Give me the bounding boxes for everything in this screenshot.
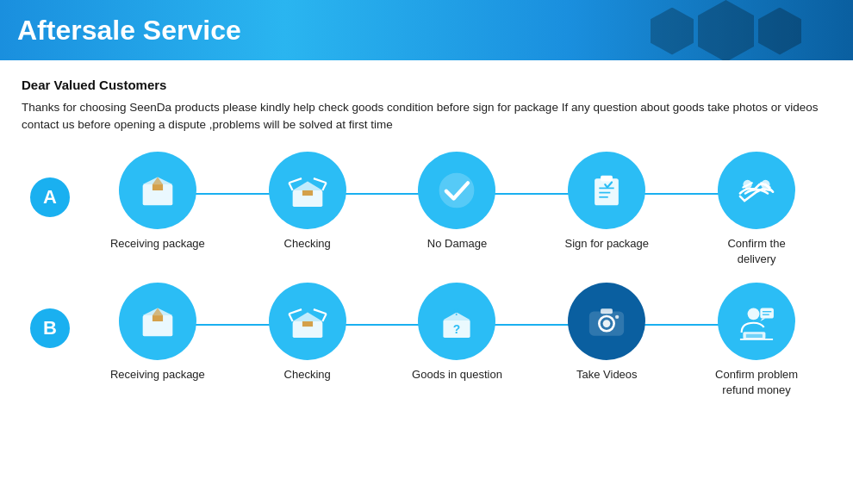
hex-decoration: [651, 0, 801, 60]
page-title: Aftersale Service: [17, 15, 241, 47]
flow-section-b: B Receiving package: [22, 283, 831, 398]
main-content: Dear Valued Customers Thanks for choosin…: [0, 60, 853, 426]
camera-icon: [584, 299, 629, 344]
step-b4: Take Videos: [532, 283, 682, 383]
step-b1-label: Receiving package: [110, 367, 205, 383]
step-a4-icon-wrap: [568, 152, 645, 229]
step-b2: Checking: [233, 283, 383, 383]
svg-text:?: ?: [454, 306, 460, 318]
handshake-icon: [734, 168, 779, 213]
step-a5: Confirm the delivery: [682, 152, 831, 267]
svg-rect-42: [760, 308, 774, 318]
step-a2-icon-wrap: [269, 152, 346, 229]
step-a2: Checking: [233, 152, 383, 252]
step-a4-label: Sign for package: [565, 236, 650, 252]
hex-shape-1: [651, 8, 694, 55]
step-b4-icon-wrap: [568, 283, 645, 360]
badge-b: B: [30, 308, 70, 348]
step-a1-icon-wrap: [119, 152, 196, 229]
step-b2-label: Checking: [284, 367, 331, 383]
svg-rect-31: [302, 321, 313, 327]
step-a5-icon-wrap: [718, 152, 795, 229]
step-a3: No Damage: [383, 152, 532, 252]
step-b1: Receiving package: [83, 283, 233, 383]
svg-line-9: [314, 178, 327, 183]
svg-line-7: [322, 183, 326, 190]
flow-row-b: B Receiving package: [22, 283, 831, 398]
svg-marker-43: [760, 318, 765, 320]
svg-marker-5: [292, 181, 322, 190]
question-box-icon: ? ?: [434, 299, 479, 344]
svg-line-28: [322, 314, 326, 321]
svg-text:?: ?: [453, 322, 460, 336]
svg-line-8: [289, 178, 302, 183]
step-a5-label: Confirm the delivery: [709, 236, 804, 267]
svg-point-38: [603, 320, 611, 327]
svg-rect-23: [153, 315, 163, 321]
svg-line-27: [289, 314, 292, 321]
hex-shape-2: [698, 0, 754, 60]
svg-line-6: [289, 183, 292, 190]
step-b4-label: Take Videos: [576, 367, 638, 383]
svg-rect-10: [302, 190, 313, 196]
hex-shape-3: [758, 8, 801, 55]
svg-line-30: [314, 309, 327, 314]
step-b5-icon-wrap: [718, 283, 795, 360]
svg-rect-2: [153, 184, 163, 190]
step-a4: Sign for package: [532, 152, 682, 252]
checkmark-icon: [434, 168, 479, 213]
svg-rect-47: [746, 334, 763, 338]
step-b3: ? ? Goods in question: [383, 283, 532, 383]
box-icon: [135, 168, 180, 213]
badge-a: A: [30, 177, 70, 217]
clipboard-icon: [584, 168, 629, 213]
svg-marker-26: [292, 312, 322, 320]
refund-icon: [734, 299, 779, 344]
svg-line-29: [289, 309, 302, 314]
description-text: Thanks for choosing SeenDa products plea…: [22, 99, 831, 134]
step-b5: Confirm problem refund money: [682, 283, 831, 398]
step-a1-label: Receiving package: [110, 236, 205, 252]
step-a3-label: No Damage: [427, 236, 487, 252]
svg-rect-13: [601, 175, 613, 181]
box-icon-b1: [135, 299, 180, 344]
greeting-text: Dear Valued Customers: [22, 78, 831, 92]
step-b2-icon-wrap: [269, 283, 346, 360]
step-a1: Receiving package: [83, 152, 233, 252]
steps-container-b: Receiving package: [83, 283, 831, 398]
flow-section-a: A Receiving package: [22, 152, 831, 267]
step-b1-icon-wrap: [119, 283, 196, 360]
svg-rect-39: [601, 308, 613, 314]
step-b3-label: Goods in question: [412, 367, 502, 383]
svg-point-40: [615, 315, 619, 319]
step-a2-label: Checking: [284, 236, 331, 252]
open-box-icon-b2: [285, 299, 330, 344]
step-b5-label: Confirm problem refund money: [709, 367, 804, 398]
step-a3-icon-wrap: [418, 152, 495, 229]
steps-container-a: Receiving package: [83, 152, 831, 267]
page-header: Aftersale Service: [0, 0, 853, 60]
open-box-icon: [285, 168, 330, 213]
svg-point-41: [748, 308, 760, 320]
step-b3-icon-wrap: ? ?: [418, 283, 495, 360]
flow-row-a: A Receiving package: [22, 152, 831, 267]
